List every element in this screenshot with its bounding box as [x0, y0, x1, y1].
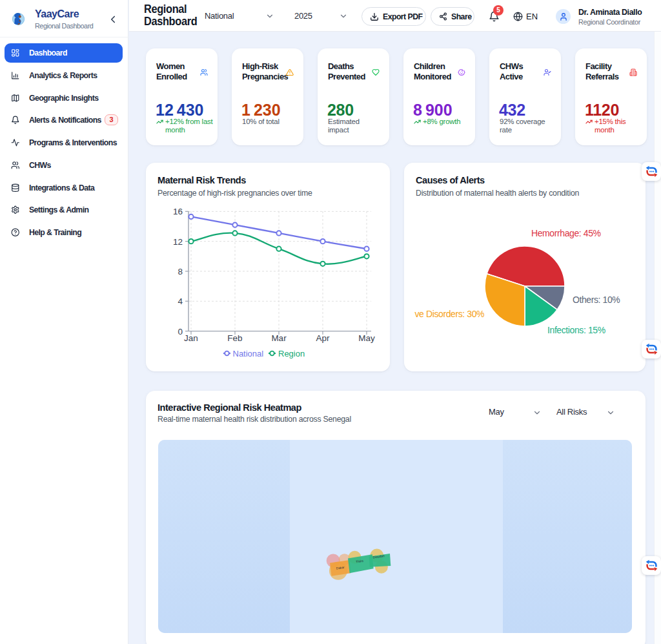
svg-text:Feb: Feb [227, 333, 242, 343]
svg-text:8: 8 [178, 267, 183, 276]
svg-text:May: May [358, 333, 375, 343]
svg-text:12: 12 [173, 237, 183, 247]
svg-text:4: 4 [178, 296, 183, 306]
svg-text:National: National [233, 349, 264, 358]
svg-text:Apr: Apr [316, 333, 330, 343]
svg-text:16: 16 [173, 207, 183, 216]
svg-text:0: 0 [178, 327, 183, 337]
svg-text:Jan: Jan [184, 333, 198, 343]
svg-text:Mar: Mar [271, 333, 287, 343]
svg-text:Region: Region [278, 349, 305, 358]
